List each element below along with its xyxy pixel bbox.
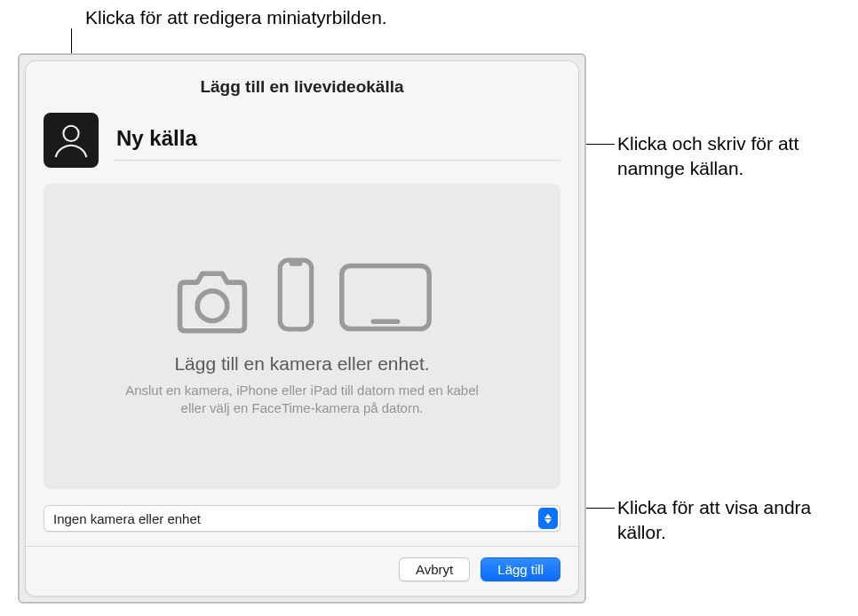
dialog-frame: Lägg till en livevideokälla (18, 53, 586, 604)
button-row: Avbryt Lägg till (44, 557, 560, 581)
dropdown-selected-label: Ingen kamera eller enhet (53, 511, 201, 526)
cancel-button[interactable]: Avbryt (399, 557, 470, 581)
preview-heading: Lägg till en kamera eller enhet. (174, 353, 429, 375)
dialog-title: Lägg till en livevideokälla (44, 77, 560, 97)
callout-thumbnail: Klicka för att redigera miniatyrbilden. (85, 5, 387, 30)
device-icons (169, 256, 435, 334)
callout-name: Klicka och skriv för att namnge källan. (617, 131, 848, 182)
svg-point-0 (63, 126, 78, 141)
separator (26, 546, 578, 547)
preview-area: Lägg till en kamera eller enhet. Anslut … (44, 184, 560, 489)
svg-rect-2 (280, 260, 311, 329)
camera-source-dropdown[interactable]: Ingen kamera eller enhet (44, 505, 560, 532)
phone-icon (275, 256, 316, 334)
svg-point-1 (197, 291, 227, 321)
camera-icon (169, 265, 256, 334)
person-icon (51, 120, 91, 161)
updown-arrows-icon (538, 508, 558, 529)
thumbnail-edit-button[interactable] (44, 113, 99, 168)
tablet-icon (336, 261, 435, 334)
source-name-input[interactable] (113, 121, 560, 161)
preview-subtext: Anslut en kamera, iPhone eller iPad till… (115, 382, 489, 418)
header-row (44, 113, 560, 168)
dialog: Lägg till en livevideokälla (25, 60, 579, 596)
svg-rect-3 (290, 260, 302, 266)
add-button[interactable]: Lägg till (481, 557, 560, 581)
callout-dropdown: Klicka för att visa andra källor. (617, 495, 830, 546)
